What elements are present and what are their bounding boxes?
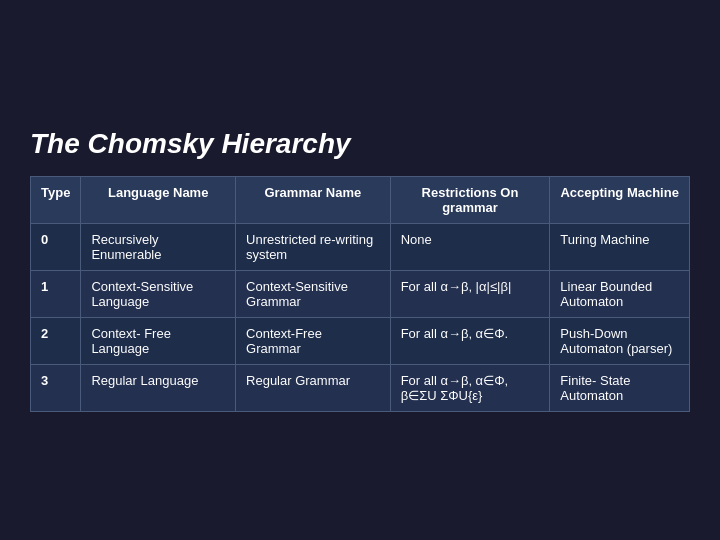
row1-restrictions: For all α→β, |α|≤|β| <box>390 271 550 318</box>
row3-grammar: Regular Grammar <box>236 365 391 412</box>
table-row: 3 Regular Language Regular Grammar For a… <box>31 365 690 412</box>
row3-lang: Regular Language <box>81 365 236 412</box>
slide: The Chomsky Hierarchy Type Language Name… <box>10 110 710 430</box>
row1-lang: Context-Sensitive Language <box>81 271 236 318</box>
row2-type: 2 <box>31 318 81 365</box>
row0-accepting: Turing Machine <box>550 224 690 271</box>
row0-restrictions: None <box>390 224 550 271</box>
row1-accepting: Linear Bounded Automaton <box>550 271 690 318</box>
header-grammar: Grammar Name <box>236 177 391 224</box>
row2-lang: Context- Free Language <box>81 318 236 365</box>
row3-accepting: Finite- State Automaton <box>550 365 690 412</box>
row0-type: 0 <box>31 224 81 271</box>
table-row: 1 Context-Sensitive Language Context-Sen… <box>31 271 690 318</box>
table-header-row: Type Language Name Grammar Name Restrict… <box>31 177 690 224</box>
row3-restrictions: For all α→β, α∈Φ, β∈ΣU ΣΦU{ε} <box>390 365 550 412</box>
row2-grammar: Context-Free Grammar <box>236 318 391 365</box>
header-language: Language Name <box>81 177 236 224</box>
row3-type: 3 <box>31 365 81 412</box>
header-type: Type <box>31 177 81 224</box>
row2-restrictions: For all α→β, α∈Φ. <box>390 318 550 365</box>
chomsky-table: Type Language Name Grammar Name Restrict… <box>30 176 690 412</box>
row0-lang: Recursively Enumerable <box>81 224 236 271</box>
table-row: 2 Context- Free Language Context-Free Gr… <box>31 318 690 365</box>
row0-grammar: Unrestricted re-writing system <box>236 224 391 271</box>
row1-grammar: Context-Sensitive Grammar <box>236 271 391 318</box>
slide-title: The Chomsky Hierarchy <box>30 128 690 160</box>
row1-type: 1 <box>31 271 81 318</box>
row2-accepting: Push-Down Automaton (parser) <box>550 318 690 365</box>
header-restrictions: Restrictions On grammar <box>390 177 550 224</box>
table-row: 0 Recursively Enumerable Unrestricted re… <box>31 224 690 271</box>
header-accepting: Accepting Machine <box>550 177 690 224</box>
